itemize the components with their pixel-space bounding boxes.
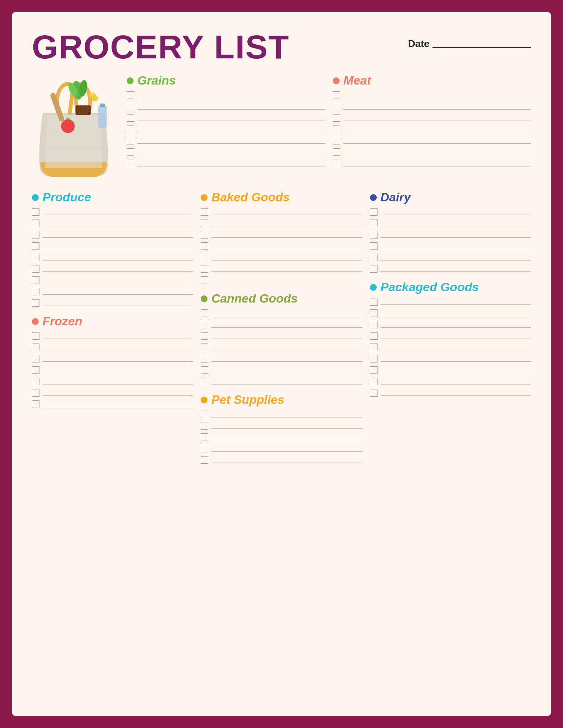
item-line[interactable] <box>137 104 325 110</box>
checkbox[interactable] <box>32 288 39 295</box>
item-line[interactable] <box>211 277 362 283</box>
item-line[interactable] <box>42 378 193 384</box>
checkbox[interactable] <box>201 411 208 418</box>
date-line[interactable] <box>432 40 531 48</box>
checkbox[interactable] <box>32 265 39 273</box>
checkbox[interactable] <box>32 254 39 261</box>
item-line[interactable] <box>137 126 325 132</box>
checkbox[interactable] <box>333 126 340 133</box>
checkbox[interactable] <box>201 242 208 250</box>
item-line[interactable] <box>343 149 531 155</box>
item-line[interactable] <box>381 390 531 396</box>
checkbox[interactable] <box>32 378 39 385</box>
item-line[interactable] <box>211 344 362 350</box>
item-line[interactable] <box>211 423 362 429</box>
checkbox[interactable] <box>201 456 208 464</box>
item-line[interactable] <box>211 356 362 362</box>
checkbox[interactable] <box>201 220 208 227</box>
checkbox[interactable] <box>127 160 134 167</box>
item-line[interactable] <box>137 149 325 155</box>
checkbox[interactable] <box>127 148 134 156</box>
checkbox[interactable] <box>201 309 208 317</box>
item-line[interactable] <box>42 390 193 396</box>
item-line[interactable] <box>42 344 193 350</box>
checkbox[interactable] <box>370 298 377 306</box>
checkbox[interactable] <box>32 276 39 284</box>
item-line[interactable] <box>42 333 193 339</box>
item-line[interactable] <box>381 220 531 226</box>
checkbox[interactable] <box>370 355 377 362</box>
checkbox[interactable] <box>32 366 39 374</box>
item-line[interactable] <box>381 378 531 384</box>
item-line[interactable] <box>211 411 362 417</box>
item-line[interactable] <box>137 160 325 166</box>
item-line[interactable] <box>381 209 531 215</box>
item-line[interactable] <box>42 300 193 306</box>
item-line[interactable] <box>381 322 531 328</box>
item-line[interactable] <box>137 92 325 98</box>
item-line[interactable] <box>137 138 325 144</box>
item-line[interactable] <box>42 277 193 283</box>
item-line[interactable] <box>381 367 531 373</box>
checkbox[interactable] <box>370 220 377 227</box>
item-line[interactable] <box>211 322 362 328</box>
checkbox[interactable] <box>32 355 39 362</box>
checkbox[interactable] <box>32 231 39 238</box>
item-line[interactable] <box>211 446 362 452</box>
checkbox[interactable] <box>127 126 134 133</box>
checkbox[interactable] <box>32 299 39 307</box>
checkbox[interactable] <box>32 242 39 250</box>
item-line[interactable] <box>381 333 531 339</box>
checkbox[interactable] <box>127 103 134 110</box>
checkbox[interactable] <box>127 91 134 99</box>
checkbox[interactable] <box>32 389 39 397</box>
item-line[interactable] <box>211 333 362 339</box>
item-line[interactable] <box>211 457 362 463</box>
checkbox[interactable] <box>201 344 208 351</box>
checkbox[interactable] <box>32 208 39 216</box>
checkbox[interactable] <box>201 378 208 385</box>
item-line[interactable] <box>42 356 193 362</box>
item-line[interactable] <box>137 115 325 121</box>
checkbox[interactable] <box>32 344 39 351</box>
item-line[interactable] <box>211 243 362 249</box>
checkbox[interactable] <box>201 332 208 340</box>
item-line[interactable] <box>42 254 193 260</box>
checkbox[interactable] <box>333 137 340 144</box>
item-line[interactable] <box>343 138 531 144</box>
item-line[interactable] <box>211 434 362 440</box>
checkbox[interactable] <box>370 366 377 374</box>
checkbox[interactable] <box>32 332 39 340</box>
item-line[interactable] <box>381 266 531 272</box>
item-line[interactable] <box>42 266 193 272</box>
item-line[interactable] <box>42 367 193 373</box>
checkbox[interactable] <box>201 265 208 273</box>
checkbox[interactable] <box>370 208 377 216</box>
item-line[interactable] <box>381 243 531 249</box>
item-line[interactable] <box>381 310 531 316</box>
checkbox[interactable] <box>201 366 208 374</box>
checkbox[interactable] <box>201 422 208 430</box>
checkbox[interactable] <box>370 332 377 340</box>
checkbox[interactable] <box>370 344 377 351</box>
checkbox[interactable] <box>370 254 377 261</box>
checkbox[interactable] <box>201 321 208 328</box>
checkbox[interactable] <box>201 231 208 238</box>
item-line[interactable] <box>343 160 531 166</box>
item-line[interactable] <box>343 104 531 110</box>
checkbox[interactable] <box>333 160 340 167</box>
item-line[interactable] <box>42 401 193 407</box>
checkbox[interactable] <box>201 355 208 362</box>
checkbox[interactable] <box>370 378 377 385</box>
item-line[interactable] <box>343 115 531 121</box>
item-line[interactable] <box>343 126 531 132</box>
checkbox[interactable] <box>333 148 340 156</box>
checkbox[interactable] <box>32 220 39 227</box>
checkbox[interactable] <box>370 265 377 273</box>
checkbox[interactable] <box>333 91 340 99</box>
item-line[interactable] <box>211 220 362 226</box>
item-line[interactable] <box>343 92 531 98</box>
item-line[interactable] <box>381 344 531 350</box>
item-line[interactable] <box>42 289 193 295</box>
checkbox[interactable] <box>370 321 377 328</box>
